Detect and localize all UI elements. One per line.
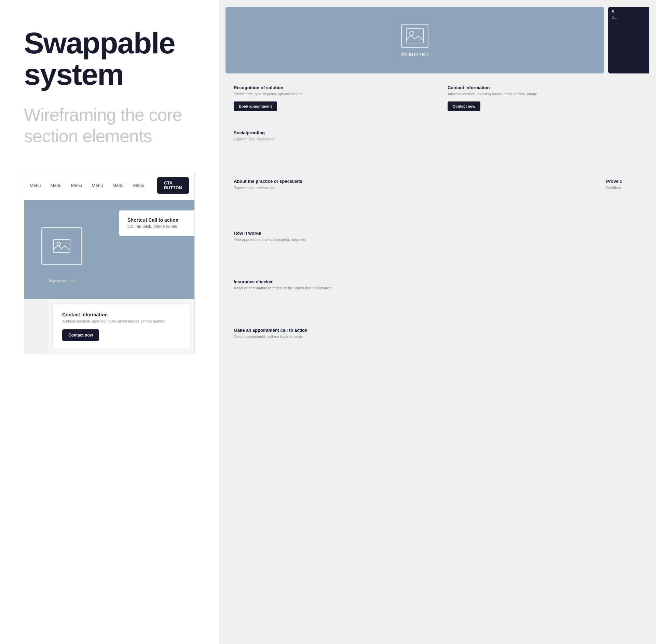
wf-cta-button[interactable]: CTA BUTTON [157, 177, 189, 194]
insurance-title: Insurance checker [234, 279, 641, 284]
appointment-desc: Direct appointment, call me back form et… [234, 334, 641, 339]
wireframe-preview: Menu Menu Menu Menu Menu Menu CTA BUTTON… [24, 171, 195, 354]
right-hero-impression-label: Impression foto [401, 52, 429, 57]
image-icon [53, 239, 70, 253]
about-title: About the practice or specialists [234, 179, 589, 184]
how-it-works-card: How it works First appointment, what to … [226, 223, 649, 268]
contact-now-button[interactable]: Contact now [448, 101, 480, 111]
wf-contact-button[interactable]: Contact now [62, 329, 99, 341]
about-prove-row: About the practice or specialists Experi… [226, 171, 649, 219]
prove-title: Prove c [606, 179, 644, 184]
svg-rect-2 [406, 29, 423, 43]
recognition-card: Recognition of solution Treatments, type… [226, 78, 435, 119]
insurance-row: Insurance checker A tool or information … [226, 272, 649, 316]
wf-nav-item-4[interactable]: Menu [92, 183, 103, 188]
hero-image-placeholder-icon [406, 28, 424, 43]
svg-point-1 [57, 242, 60, 246]
socialproofing-row: Socialproofing Experiences, reviews etc [226, 123, 649, 167]
right-partial-card: S C... [608, 7, 649, 73]
wf-nav-item-2[interactable]: Menu [51, 183, 62, 188]
socialproofing-desc: Experiences, reviews etc [234, 137, 641, 141]
recognition-desc: Treatments, type of pains, specialisatio… [234, 92, 427, 96]
wf-shortcut-subtitle: Call me back, phone numer [127, 224, 186, 229]
right-top-strip: Impression foto S C... [226, 7, 649, 73]
socialproofing-title: Socialproofing [234, 130, 641, 135]
svg-rect-0 [54, 239, 70, 252]
wf-impression-label: Impression foto [49, 278, 74, 283]
wf-nav-item-6[interactable]: Menu [133, 183, 145, 188]
right-partial-title: S [612, 10, 614, 14]
wf-contact-title: Contact information [62, 312, 180, 317]
right-panel: Impression foto S C... Recognition of so… [219, 0, 656, 644]
insurance-desc: A tool or information to reassure the vi… [234, 286, 641, 290]
recognition-contact-row: Recognition of solution Treatments, type… [226, 78, 649, 119]
book-appointment-button[interactable]: Book appointment [234, 101, 277, 111]
socialproofing-card: Socialproofing Experiences, reviews etc [226, 123, 649, 167]
recognition-title: Recognition of solution [234, 85, 427, 90]
wf-nav-item-1[interactable]: Menu [30, 183, 41, 188]
how-it-works-row: How it works First appointment, what to … [226, 223, 649, 268]
right-hero-card: Impression foto [226, 7, 604, 73]
contact-info-card: Contact information Address location, op… [439, 78, 649, 119]
left-panel: Swappable system Wireframing the core se… [0, 0, 219, 644]
wf-contact-desc: Address location, opening hours, email a… [62, 319, 180, 323]
appointment-title: Make an appointment call to action [234, 328, 641, 333]
wf-partial-left [24, 299, 48, 354]
wf-shortcut-box: Shortcut Call to action Call me back, ph… [119, 210, 194, 236]
appointment-card: Make an appointment call to action Direc… [226, 320, 649, 365]
insurance-card: Insurance checker A tool or information … [226, 272, 649, 316]
hero-subtitle: Wireframing the core section elements [24, 104, 195, 147]
wf-nav-item-5[interactable]: Menu [112, 183, 124, 188]
contact-info-desc: Address location, opening hours, email a… [448, 92, 641, 96]
wf-nav-item-3[interactable]: Menu [71, 183, 82, 188]
hero-title: Swappable system [24, 27, 195, 91]
prove-card: Prove c Certificat [601, 171, 649, 219]
prove-desc: Certificat [606, 186, 644, 190]
wf-image-placeholder [41, 227, 82, 265]
about-desc: Experiences, reviews etc [234, 186, 589, 190]
about-card: About the practice or specialists Experi… [226, 171, 597, 219]
wf-hero-section: Impression foto Shortcut Call to action … [24, 200, 194, 299]
wf-navbar: Menu Menu Menu Menu Menu Menu CTA BUTTON [24, 171, 194, 200]
wf-bottom-area: Contact information Address location, op… [24, 299, 194, 354]
right-hero-image-icon [401, 24, 428, 48]
wf-contact-card: Contact information Address location, op… [52, 303, 190, 350]
wf-shortcut-title: Shortcut Call to action [127, 217, 186, 223]
svg-point-3 [410, 31, 414, 36]
appointment-row: Make an appointment call to action Direc… [226, 320, 649, 365]
how-it-works-desc: First appointment, what to expect, steps… [234, 237, 641, 242]
how-it-works-title: How it works [234, 231, 641, 236]
contact-info-title: Contact information [448, 85, 641, 90]
right-partial-sub: C... [612, 16, 617, 19]
